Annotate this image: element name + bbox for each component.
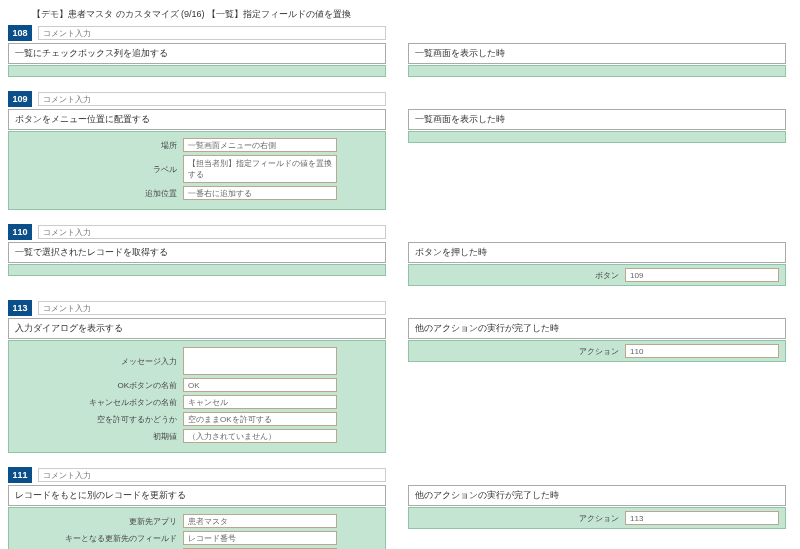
action-body: 場所ラベル追加位置 (8, 131, 386, 210)
trigger-title[interactable]: 一覧画面を表示した時 (408, 43, 786, 64)
page-header: 【デモ】患者マスタ のカスタマイズ (9/16) 【一覧】指定フィールドの値を置… (8, 8, 792, 21)
comment-input[interactable] (38, 468, 386, 482)
action-title[interactable]: 一覧にチェックボックス列を追加する (8, 43, 386, 64)
trigger-title[interactable]: 一覧画面を表示した時 (408, 109, 786, 130)
field-input[interactable] (183, 395, 337, 409)
field-input[interactable] (183, 347, 337, 375)
field-label: 場所 (15, 140, 183, 151)
block-number: 108 (8, 25, 32, 41)
trigger-body: ボタン (408, 264, 786, 286)
field-label: メッセージ入力 (15, 356, 183, 367)
field-input[interactable] (183, 155, 337, 183)
field-label: キャンセルボタンの名前 (15, 397, 183, 408)
field-input[interactable] (183, 186, 337, 200)
action-title[interactable]: ボタンをメニュー位置に配置する (8, 109, 386, 130)
action-body (8, 65, 386, 77)
field-label: キーとなる更新先のフィールド (15, 533, 183, 544)
comment-input[interactable] (38, 301, 386, 315)
field-label: ラベル (15, 164, 183, 175)
action-body: メッセージ入力OKボタンの名前キャンセルボタンの名前空を許可するかどうか初期値 (8, 340, 386, 453)
action-title[interactable]: 入力ダイアログを表示する (8, 318, 386, 339)
trigger-body: アクション (408, 340, 786, 362)
field-label: 空を許可するかどうか (15, 414, 183, 425)
trigger-title[interactable]: 他のアクションの実行が完了した時 (408, 318, 786, 339)
field-input[interactable] (625, 268, 779, 282)
field-input[interactable] (625, 511, 779, 525)
comment-input[interactable] (38, 92, 386, 106)
field-label: ボタン (595, 270, 625, 281)
block-number: 109 (8, 91, 32, 107)
comment-input[interactable] (38, 26, 386, 40)
trigger-title[interactable]: 他のアクションの実行が完了した時 (408, 485, 786, 506)
field-input[interactable] (183, 378, 337, 392)
field-input[interactable] (183, 429, 337, 443)
block-number: 111 (8, 467, 32, 483)
field-input[interactable] (183, 531, 337, 545)
field-label: OKボタンの名前 (15, 380, 183, 391)
field-input[interactable] (183, 514, 337, 528)
field-input[interactable] (183, 138, 337, 152)
trigger-body: アクション (408, 507, 786, 529)
field-label: アクション (579, 346, 625, 357)
block-number: 113 (8, 300, 32, 316)
trigger-body (408, 65, 786, 77)
field-label: 追加位置 (15, 188, 183, 199)
field-input[interactable] (183, 412, 337, 426)
action-body: 更新先アプリキーとなる更新先のフィールド元になるレコードキーの値となる元になるレ… (8, 507, 386, 549)
field-label: アクション (579, 513, 625, 524)
action-title[interactable]: 一覧で選択されたレコードを取得する (8, 242, 386, 263)
field-label: 更新先アプリ (15, 516, 183, 527)
field-label: 初期値 (15, 431, 183, 442)
comment-input[interactable] (38, 225, 386, 239)
action-title[interactable]: レコードをもとに別のレコードを更新する (8, 485, 386, 506)
action-body (8, 264, 386, 276)
trigger-body (408, 131, 786, 143)
field-input[interactable] (625, 344, 779, 358)
block-number: 110 (8, 224, 32, 240)
trigger-title[interactable]: ボタンを押した時 (408, 242, 786, 263)
